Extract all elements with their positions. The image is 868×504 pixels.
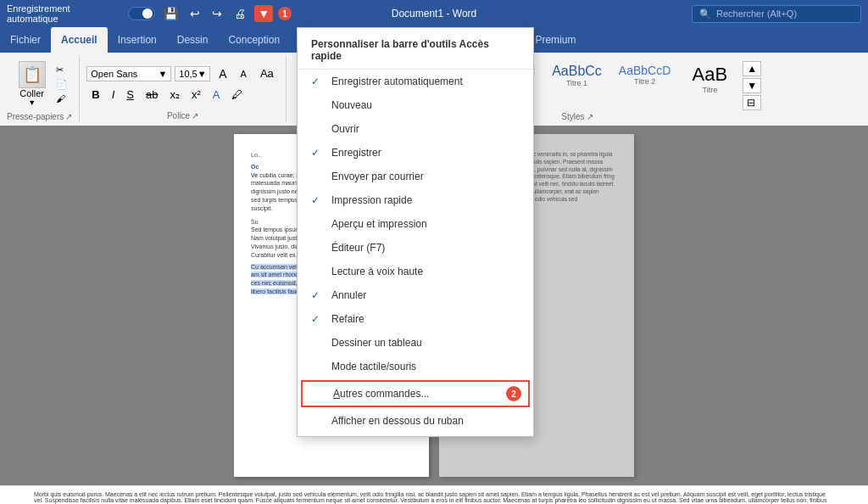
print-icon[interactable]: 🖨 (231, 5, 249, 22)
search-box[interactable]: 🔍 Rechercher (Alt+Q) (692, 5, 861, 23)
style-titre-label: Titre (687, 86, 732, 94)
paste-button[interactable]: 📋 Coller ▼ (12, 58, 53, 110)
menu-label-tactile: Mode tactile/souris (331, 361, 520, 372)
menu-item-afficher[interactable]: Afficher en dessous du ruban (298, 409, 533, 433)
menu-label-tableau: Dessiner un tableau (331, 337, 520, 349)
clipboard-extra: ✂ 📄 🖌 (56, 64, 68, 104)
menu-item-annuler[interactable]: ✓ Annuler (298, 283, 533, 307)
document-title: Document1 - Word (392, 8, 476, 20)
font-shrink-btn[interactable]: A (236, 66, 252, 81)
group-presse-papiers-content: 📋 Coller ▼ ✂ 📄 🖌 (12, 58, 68, 110)
menu-label-editeur: Éditeur (F7) (331, 242, 520, 254)
superscript-btn[interactable]: x² (186, 86, 206, 104)
menu-item-envoyer[interactable]: Envoyer par courrier (298, 165, 533, 188)
style-titre2-preview: AaBbCcD (619, 64, 670, 77)
highlight-btn[interactable]: 🖊 (226, 86, 248, 104)
group-police: Open Sans ▼ 10,5 ▼ A A Aa B I S ab (80, 56, 287, 122)
styles-scroll-buttons: ▲ ▼ ⊟ (743, 61, 761, 110)
bold-btn[interactable]: B (86, 86, 104, 104)
auto-save-label: Enregistrement automatique (7, 3, 123, 24)
style-titre1-preview: AaBbCc (552, 64, 602, 79)
search-icon: 🔍 (699, 8, 711, 20)
check-autosave: ✓ (311, 76, 323, 87)
title-bar: Enregistrement automatique 💾 ↩ ↪ 🖨 ▼ 1 D… (0, 0, 868, 27)
tab-conception[interactable]: Conception (218, 27, 290, 53)
menu-label-autosave: Enregistrer automatiquement (331, 76, 520, 87)
dropdown-title: Personnaliser la barre d'outils Accès ra… (298, 31, 533, 70)
style-titre[interactable]: AaB Titre (680, 61, 739, 97)
style-titre2[interactable]: AaBbCcD Titre 2 (611, 61, 678, 88)
menu-item-autres-commandes[interactable]: Autres commandes... 2 (301, 380, 530, 407)
tab-fichier[interactable]: Fichier (0, 27, 51, 53)
menu-label-lecture: Lecture à voix haute (331, 266, 520, 277)
font-grow-btn[interactable]: A (214, 64, 231, 83)
subscript-btn[interactable]: x₂ (164, 86, 185, 104)
font-size-select[interactable]: 10,5 ▼ (175, 66, 210, 81)
auto-save-toggle[interactable] (128, 7, 155, 20)
dropdown-menu: Personnaliser la barre d'outils Accès ra… (297, 27, 534, 437)
font-name-select[interactable]: Open Sans ▼ (86, 66, 171, 81)
check-annuler: ✓ (311, 289, 323, 301)
copy-icon[interactable]: 📄 (56, 79, 68, 90)
group-police-content: Open Sans ▼ 10,5 ▼ A A Aa B I S ab (86, 58, 279, 109)
font-row2: B I S ab x₂ x² A 🖊 (86, 86, 279, 104)
check-impression: ✓ (311, 194, 323, 206)
cut-icon[interactable]: ✂ (56, 64, 68, 76)
font-case-btn[interactable]: Aa (255, 64, 279, 82)
menu-item-tableau[interactable]: Dessiner un tableau (298, 331, 533, 355)
menu-label-ouvrir: Ouvrir (331, 123, 520, 135)
menu-label-nouveau: Nouveau (331, 99, 520, 111)
paste-icon: 📋 (19, 61, 46, 88)
bottom-text: Morbi quis euismod purus. Maecenas a eli… (34, 491, 826, 504)
menu-item-lecture[interactable]: Lecture à voix haute (298, 260, 533, 283)
menu-item-autosave[interactable]: ✓ Enregistrer automatiquement (298, 70, 533, 93)
menu-item-tactile[interactable]: Mode tactile/souris (298, 355, 533, 378)
check-refaire: ✓ (311, 313, 323, 325)
styles-expand-icon[interactable]: ↗ (587, 112, 593, 121)
tab-dessin[interactable]: Dessin (167, 27, 219, 53)
bottom-text-area: Morbi quis euismod purus. Maecenas a eli… (0, 485, 868, 504)
format-painter-icon[interactable]: 🖌 (56, 93, 68, 104)
tab-accueil[interactable]: Accueil (51, 27, 108, 53)
search-placeholder: Rechercher (Alt+Q) (716, 8, 797, 19)
group-presse-papiers-label: Presse-papiers ↗ (7, 112, 72, 121)
save-icon[interactable]: 💾 (160, 5, 181, 22)
toggle-knob (142, 8, 153, 19)
underline-btn[interactable]: S (121, 86, 139, 104)
styles-expand[interactable]: ⊟ (743, 95, 761, 110)
style-titre1-label: Titre 1 (552, 79, 602, 87)
menu-item-nouveau[interactable]: Nouveau (298, 93, 533, 117)
group-presse-papiers: 📋 Coller ▼ ✂ 📄 🖌 Presse-papiers ↗ (0, 56, 80, 122)
title-bar-right: 🔍 Rechercher (Alt+Q) (576, 5, 861, 23)
step-2-badge: 2 (506, 386, 521, 401)
check-enregistrer: ✓ (311, 147, 323, 159)
menu-item-ouvrir[interactable]: Ouvrir (298, 117, 533, 141)
title-bar-center: Document1 - Word (292, 8, 576, 20)
italic-btn[interactable]: I (107, 86, 120, 104)
menu-label-autres: Autres commandes... (333, 388, 518, 400)
undo-icon[interactable]: ↩ (186, 5, 203, 22)
menu-item-refaire[interactable]: ✓ Refaire (298, 307, 533, 331)
menu-label-annuler: Annuler (331, 289, 520, 301)
menu-item-editeur[interactable]: Éditeur (F7) (298, 236, 533, 260)
customize-quickaccess-icon[interactable]: ▼ (254, 5, 273, 22)
menu-label-impression: Impression rapide (331, 194, 520, 206)
menu-item-enregistrer[interactable]: ✓ Enregistrer (298, 141, 533, 165)
paste-dropdown-icon[interactable]: ▼ (28, 98, 36, 107)
style-titre2-label: Titre 2 (619, 77, 670, 86)
paste-label: Coller (19, 88, 44, 98)
styles-scroll-down[interactable]: ▼ (743, 78, 761, 93)
redo-icon[interactable]: ↪ (209, 5, 225, 22)
menu-item-impression[interactable]: ✓ Impression rapide (298, 188, 533, 212)
font-color-btn[interactable]: A (208, 86, 225, 104)
tab-insertion[interactable]: Insertion (108, 27, 167, 53)
font-row1: Open Sans ▼ 10,5 ▼ A A Aa (86, 64, 279, 83)
style-titre1[interactable]: AaBbCc Titre 1 (544, 61, 609, 90)
group-expand-icon[interactable]: ↗ (65, 112, 72, 121)
menu-item-apercu[interactable]: Aperçu et impression (298, 212, 533, 236)
group-police-label: Police ↗ (167, 111, 198, 120)
strikethrough-btn[interactable]: ab (141, 86, 163, 104)
styles-scroll-up[interactable]: ▲ (743, 61, 761, 76)
menu-label-envoyer: Envoyer par courrier (331, 171, 520, 182)
police-expand-icon[interactable]: ↗ (192, 111, 198, 120)
